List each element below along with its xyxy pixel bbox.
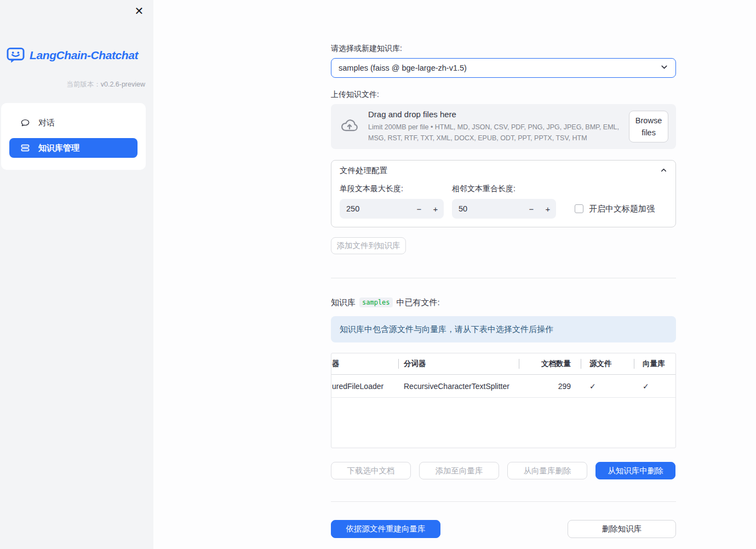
kb-actions-row: 依据源文件重建向量库 删除知识库 [331, 520, 676, 538]
add-to-vector-store-button[interactable]: 添加至向量库 [419, 462, 499, 479]
chunk-size-input[interactable]: 250 − + [340, 199, 444, 219]
chunk-size-field: 单段文本最大长度: 250 − + [340, 184, 444, 219]
overlap-size-value: 50 [459, 204, 523, 213]
chunk-size-decrement-button[interactable]: − [411, 199, 427, 219]
overlap-size-increment-button[interactable]: + [540, 199, 556, 219]
table-row[interactable]: uredFileLoader RecursiveCharacterTextSpl… [331, 375, 675, 398]
table-header-docs-count: 文档数量 [519, 359, 581, 369]
kb-select-label: 请选择或新建知识库: [331, 44, 676, 54]
file-config-body: 单段文本最大长度: 250 − + 相邻文本重合长度: 50 − + [331, 181, 675, 227]
sidebar-item-dialogue[interactable]: 对话 [9, 113, 138, 133]
table-header-vector-store: 向量库 [634, 359, 675, 369]
app-logo: LangChain-Chatchat [7, 47, 153, 64]
sidebar-close-button[interactable]: ✕ [131, 3, 147, 19]
expander-title: 文件处理配置 [340, 165, 387, 176]
delete-from-kb-button[interactable]: 从知识库中删除 [595, 462, 675, 479]
info-banner: 知识库中包含源文件与向量库，请从下表中选择文件后操作 [331, 316, 676, 342]
download-selected-button[interactable]: 下载选中文档 [331, 462, 411, 479]
cell-splitter: RecursiveCharacterTextSplitter [398, 382, 519, 391]
sidebar: ✕ LangChain-Chatchat 当前版本：v0.2.6-preview [0, 0, 153, 549]
zh-title-enhance-label: 开启中文标题加强 [589, 204, 655, 214]
file-config-expander: 文件处理配置 单段文本最大长度: 250 − + [331, 160, 676, 227]
file-dropzone[interactable]: Drag and drop files here Limit 200MB per… [331, 104, 676, 149]
table-header-loader: 器 [331, 359, 398, 369]
knowledge-base-icon [20, 142, 31, 153]
rebuild-vector-store-button[interactable]: 依据源文件重建向量库 [331, 520, 440, 538]
chevron-down-icon [660, 62, 669, 73]
browse-files-button[interactable]: Browse files [629, 111, 668, 143]
cell-loader: uredFileLoader [331, 382, 398, 391]
logo-text: LangChain-Chatchat [30, 49, 138, 62]
zh-title-enhance-field: 开启中文标题加强 [575, 199, 655, 219]
main-content: 请选择或新建知识库: samples (faiss @ bge-large-zh… [153, 0, 756, 549]
zh-title-enhance-checkbox[interactable] [575, 204, 583, 213]
overlap-size-label: 相邻文本重合长度: [452, 184, 556, 194]
chunk-size-value: 250 [346, 204, 411, 213]
close-icon: ✕ [135, 5, 144, 17]
kb-selectbox[interactable]: samples (faiss @ bge-large-zh-v1.5) [331, 58, 676, 78]
sidebar-menu: 对话 知识库管理 [1, 103, 146, 170]
overlap-size-field: 相邻文本重合长度: 50 − + [452, 184, 556, 219]
kb-files-heading: 知识库 samples 中已有文件: [331, 298, 676, 307]
kb-files-table: 器 分词器 文档数量 源文件 向量库 uredFileLoader Recurs… [331, 353, 676, 448]
version-value: v0.2.6-preview [101, 81, 145, 88]
app-root: ✕ LangChain-Chatchat 当前版本：v0.2.6-preview [0, 0, 756, 549]
file-config-expander-header[interactable]: 文件处理配置 [331, 161, 675, 181]
section-divider [331, 501, 676, 502]
table-header-row: 器 分词器 文档数量 源文件 向量库 [331, 353, 675, 375]
menu-item-label: 对话 [38, 118, 55, 128]
chunk-size-label: 单段文本最大长度: [340, 184, 444, 194]
table-header-splitter: 分词器 [398, 359, 519, 369]
version-text: 当前版本：v0.2.6-preview [0, 80, 145, 89]
overlap-size-input[interactable]: 50 − + [452, 199, 556, 219]
delete-kb-button[interactable]: 删除知识库 [568, 520, 676, 538]
add-files-to-kb-button[interactable]: 添加文件到知识库 [331, 237, 406, 254]
delete-from-vector-store-button[interactable]: 从向量库删除 [507, 462, 587, 479]
overlap-size-decrement-button[interactable]: − [523, 199, 540, 219]
cell-vector-store-check: ✓ [634, 382, 675, 391]
kb-files-suffix: 中已有文件: [397, 298, 440, 308]
file-actions-row: 下载选中文档 添加至向量库 从向量库删除 从知识库中删除 [331, 462, 676, 479]
info-banner-text: 知识库中包含源文件与向量库，请从下表中选择文件后操作 [340, 324, 553, 335]
version-label: 当前版本： [66, 81, 101, 88]
cloud-upload-icon [340, 116, 359, 138]
cell-source-file-check: ✓ [581, 382, 634, 391]
dropzone-limit-text: Limit 200MB per file • HTML, MD, JSON, C… [368, 122, 620, 144]
section-divider [331, 278, 676, 278]
chat-bubble-icon [20, 117, 31, 128]
chatchat-logo-icon [7, 47, 25, 64]
menu-item-label: 知识库管理 [38, 143, 79, 153]
dropzone-text: Drag and drop files here Limit 200MB per… [368, 110, 620, 144]
chevron-up-icon [660, 166, 668, 176]
cell-docs-count: 299 [519, 382, 581, 391]
upload-label: 上传知识文件: [331, 90, 676, 100]
sidebar-item-knowledge-base[interactable]: 知识库管理 [9, 138, 138, 158]
kb-selectbox-value: samples (faiss @ bge-large-zh-v1.5) [339, 64, 467, 72]
kb-files-prefix: 知识库 [331, 298, 356, 308]
kb-name-code: samples [359, 298, 393, 307]
dropzone-title: Drag and drop files here [368, 110, 620, 119]
table-header-source-file: 源文件 [581, 359, 634, 369]
chunk-size-increment-button[interactable]: + [427, 199, 444, 219]
